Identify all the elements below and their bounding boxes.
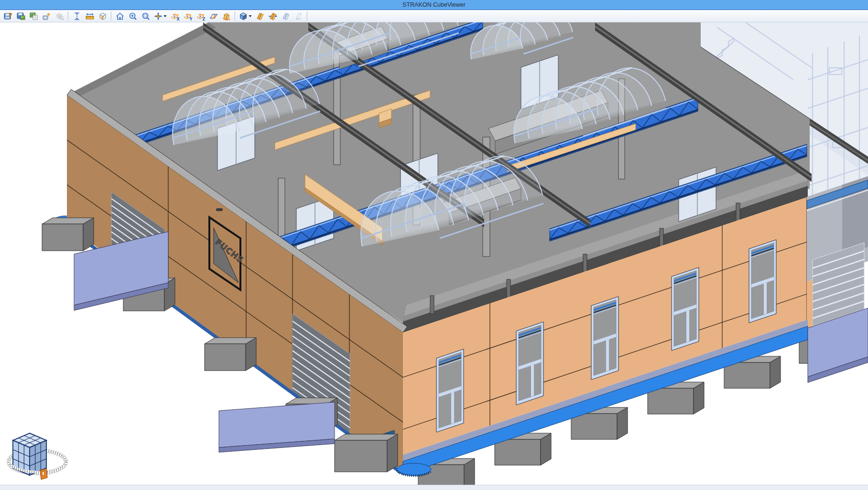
save-image-icon [16,11,26,21]
toolbar-button-view-cube[interactable] [237,11,253,21]
measure-vertical-icon [72,11,82,21]
toolbar-button-rotate-view[interactable] [220,11,233,21]
svg-text:Y: Y [189,17,192,21]
toolbar-button-export-image[interactable] [40,11,53,21]
model-search-icon [55,11,65,21]
svg-text:V: V [101,15,104,20]
toolbar-separator [307,11,307,21]
toolbar-button-rotate-y[interactable]: Y [181,11,194,21]
toolbar-button-dimension-cube[interactable]: V [96,11,109,21]
toolbar-button-clip-plane-off[interactable] [279,11,292,21]
clip-plane-move-icon [268,11,278,21]
open-model-icon: ? [3,11,13,21]
dropdown-caret-icon [163,15,167,18]
pan-view-icon [153,11,163,21]
toolbar-button-home-view[interactable] [113,11,126,21]
loading-ramp-2[interactable] [219,402,335,452]
clip-plane-on-icon [255,11,265,21]
toolbar-separator [68,11,68,21]
svg-text:Z: Z [202,17,205,21]
clip-plane-off-icon [281,11,291,21]
dropdown-caret-icon [249,15,252,18]
toolbar-separator [235,11,235,21]
foundation-footing[interactable] [335,434,398,472]
zoom-window-icon [141,11,151,21]
viewport-bottom-strip [0,485,868,490]
toolbar-button-section-plane[interactable] [207,11,220,21]
section-plane-icon [209,11,218,21]
3d-scene[interactable]: FUCHS [0,22,868,485]
export-image-icon [42,11,52,21]
home-view-icon [115,11,125,21]
toolbar: ?VXYZ [0,10,868,22]
rotate-z-icon: Z [196,11,206,21]
facade-window[interactable] [672,267,699,351]
toolbar-button-clip-plane-move[interactable] [266,11,279,21]
toolbar-separator [111,11,111,21]
svg-text:X: X [176,17,180,21]
facade-window[interactable] [749,240,776,323]
view-cube-icon [239,11,248,21]
ring-marker[interactable] [40,469,47,479]
toolbar-button-rotate-x[interactable]: X [168,11,181,21]
rotate-y-icon: Y [183,11,193,21]
toolbar-button-copy-image[interactable] [27,11,40,21]
toolbar-button-model-search[interactable] [53,11,66,21]
toolbar-button-measure-vertical[interactable] [70,11,83,21]
foundation-footing[interactable] [205,338,256,371]
toolbar-button-zoom-window[interactable] [139,11,152,21]
facade-window[interactable] [591,297,618,380]
zoom-in-icon [128,11,138,21]
window-title: STRAKON CubeViewer [402,1,466,8]
wall-vent [216,208,223,211]
measure-horizontal-icon [85,11,95,21]
rotate-view-icon [222,11,231,21]
toolbar-button-clip-plane-outline[interactable] [292,11,305,21]
clip-plane-outline-icon [294,11,304,21]
toolbar-button-save-image[interactable] [14,11,27,21]
toolbar-button-open-model[interactable]: ? [1,11,14,21]
toolbar-button-clip-plane-on[interactable] [253,11,266,21]
toolbar-button-zoom-in[interactable] [126,11,139,21]
toolbar-button-rotate-z[interactable]: Z [194,11,207,21]
viewport-3d[interactable]: FUCHS [0,22,868,490]
facade-window[interactable] [436,349,464,432]
svg-text:?: ? [9,12,12,19]
toolbar-button-measure-horizontal[interactable] [83,11,96,21]
foundation-footing[interactable] [42,218,94,251]
copy-image-icon [29,11,39,21]
rotate-x-icon: X [170,11,180,21]
toolbar-button-pan-view[interactable] [152,11,168,21]
facade-window[interactable] [516,322,543,405]
dimension-cube-icon: V [98,11,108,21]
title-bar: STRAKON CubeViewer [0,0,868,10]
navigation-cube[interactable] [9,433,66,479]
